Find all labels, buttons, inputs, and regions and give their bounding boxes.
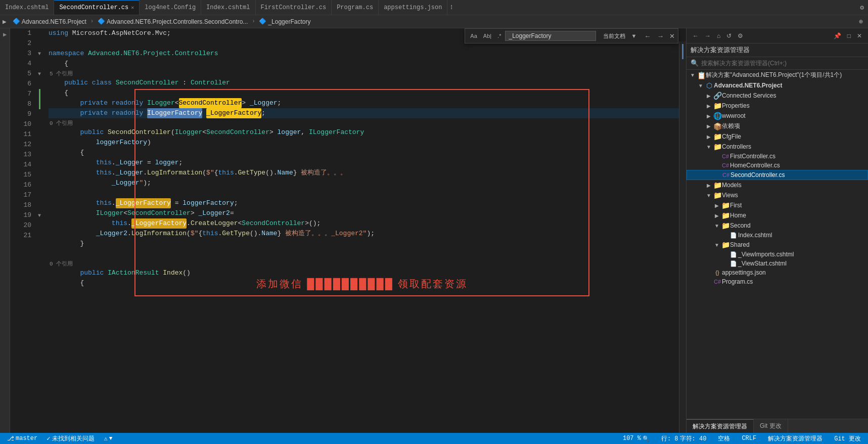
- gear-btn[interactable]: ⚙: [736, 31, 745, 40]
- code-line-15: ILogger<SecondController> _Logger2=: [49, 208, 686, 218]
- breadcrumb-field[interactable]: 🔷 _LoggerFactory: [256, 17, 313, 26]
- tree-viewstart[interactable]: 📄 _ViewStart.cshtml: [687, 259, 868, 268]
- dependencies-icon: 📦: [713, 122, 722, 130]
- git-branch-item[interactable]: ⎇ master: [5, 435, 39, 442]
- git-branch-label: master: [16, 435, 37, 442]
- tree-secondcontroller[interactable]: C# SecondController.cs: [687, 170, 868, 180]
- tree-viewimports[interactable]: 📄 _ViewImports.cshtml: [687, 250, 868, 259]
- fold-btn-19[interactable]: ▼: [36, 213, 42, 218]
- ref-count-8b: 0 个引用: [49, 118, 686, 127]
- tree-views[interactable]: ▼ 📁 Views: [687, 190, 868, 200]
- tab-log4net[interactable]: log4net.Config: [140, 0, 201, 15]
- code-line-9: public SecondController(ILogger<SecondCo…: [49, 127, 686, 138]
- tree-connected-services[interactable]: ▶ 🔗 Connected Services: [687, 91, 868, 101]
- tree-program[interactable]: C# Program.cs: [687, 277, 868, 286]
- expand-project[interactable]: ▼: [697, 83, 705, 88]
- crlf-item[interactable]: CRLF: [740, 435, 758, 442]
- tab-index-cshtml[interactable]: Index.cshtml: [0, 0, 54, 15]
- collapse-icon[interactable]: ▶: [3, 18, 7, 26]
- gutter-1: [35, 28, 43, 38]
- tree-views-first[interactable]: ▶ 📁 First: [687, 200, 868, 210]
- maximize-btn[interactable]: □: [845, 31, 853, 40]
- forward-btn[interactable]: →: [703, 31, 713, 40]
- sol-explorer-status[interactable]: 解决方案资源管理器: [766, 434, 825, 443]
- tab-secondcontroller[interactable]: SecondController.cs ✕: [54, 0, 140, 15]
- back-btn[interactable]: ←: [691, 31, 701, 40]
- tree-views-home[interactable]: ▶ 📁 Home: [687, 210, 868, 220]
- editor-container[interactable]: 12345 678910 1112131415 1617181920 21 ▼ …: [10, 28, 686, 433]
- close-panel-btn[interactable]: ✕: [855, 31, 864, 40]
- find-input[interactable]: [505, 31, 596, 41]
- expand-properties[interactable]: ▶: [705, 103, 713, 109]
- solution-search-input[interactable]: [701, 60, 864, 67]
- shared-label: Shared: [730, 241, 750, 248]
- code-content[interactable]: using Microsoft.AspNetCore.Mvc; namespac…: [43, 28, 686, 433]
- expand-solution[interactable]: ▼: [689, 72, 697, 78]
- tab-index2[interactable]: Index.cshtml: [201, 0, 255, 15]
- space-item[interactable]: 空格: [716, 434, 732, 443]
- fold-btn-5[interactable]: ▼: [36, 71, 42, 77]
- no-issues-item[interactable]: ✓ 未找到相关问题: [44, 434, 97, 443]
- tab-label: Program.cs: [337, 4, 373, 11]
- tree-controllers[interactable]: ▼ 📁 Controllers: [687, 142, 868, 152]
- breadcrumb-sep2: ›: [252, 19, 255, 24]
- pin-btn[interactable]: 📌: [832, 31, 843, 40]
- settings-icon[interactable]: ⚙: [860, 4, 864, 12]
- sync-btn[interactable]: ↺: [724, 31, 734, 40]
- tree-wwwroot[interactable]: ▶ 🌐 wwwroot: [687, 111, 868, 121]
- git-changes-status[interactable]: Git 更改: [832, 434, 863, 443]
- expand-models[interactable]: ▶: [705, 183, 713, 188]
- whole-word-btn[interactable]: Ab|: [481, 32, 493, 39]
- find-prev-btn[interactable]: ←: [642, 31, 653, 41]
- tree-shared[interactable]: ▼ 📁 Shared: [687, 240, 868, 250]
- tab-overflow[interactable]: ⫶: [447, 0, 456, 15]
- breadcrumb-project[interactable]: 🔷 Advanced.NET6.Project: [10, 17, 89, 26]
- tab-appsettings[interactable]: appsettings.json: [379, 0, 447, 15]
- tree-properties[interactable]: ▶ 📁 Properties: [687, 101, 868, 111]
- expand-views-home[interactable]: ▶: [713, 213, 721, 218]
- case-sensitive-btn[interactable]: Aa: [468, 32, 479, 39]
- row-col-item[interactable]: 行: 8 字符: 40: [659, 434, 708, 443]
- tab-firstcontroller[interactable]: FirstController.cs: [256, 0, 332, 15]
- regex-btn[interactable]: .*: [495, 32, 503, 39]
- expand-views-second[interactable]: ▼: [713, 223, 721, 229]
- breadcrumb-ns[interactable]: 🔷 Advanced.NET6.Project.Controllers.Seco…: [95, 17, 251, 26]
- tree-project[interactable]: ▼ ⬡ Advanced.NET6.Project: [687, 80, 868, 91]
- add-tab-btn[interactable]: ⊕: [856, 18, 865, 26]
- tree-models[interactable]: ▶ 📁 Models: [687, 180, 868, 190]
- gutter-16: [35, 180, 43, 190]
- find-close-btn[interactable]: ✕: [669, 32, 675, 40]
- tree-appsettings[interactable]: {} appsettings.json: [687, 268, 868, 277]
- expand-wwwroot[interactable]: ▶: [705, 113, 713, 119]
- expand-connected[interactable]: ▶: [705, 93, 713, 99]
- bookmark-icon[interactable]: ▶: [3, 31, 7, 38]
- tree-dependencies[interactable]: ▶ 📦 依赖项: [687, 121, 868, 131]
- home-btn[interactable]: ⌂: [715, 31, 722, 40]
- find-next-btn[interactable]: →: [655, 31, 666, 41]
- expand-views-first[interactable]: ▶: [713, 203, 721, 208]
- zoom-item[interactable]: 107 % 🔍: [621, 435, 652, 442]
- wwwroot-label: wwwroot: [722, 112, 746, 119]
- warning-item[interactable]: ⚠ ▼: [102, 435, 114, 442]
- fold-btn-3[interactable]: ▼: [36, 51, 42, 57]
- tab-close-icon[interactable]: ✕: [131, 5, 134, 11]
- expand-controllers[interactable]: ▼: [705, 144, 713, 150]
- tree-views-second[interactable]: ▼ 📁 Second: [687, 220, 868, 231]
- second-folder-icon: 📁: [721, 221, 730, 230]
- solution-explorer-tab[interactable]: 解决方案资源管理器: [687, 419, 754, 433]
- tree-homecontroller[interactable]: C# HomeController.cs: [687, 161, 868, 170]
- expand-cfg[interactable]: ▶: [705, 134, 713, 140]
- tree-second-index[interactable]: 📄 Index.cshtml: [687, 231, 868, 240]
- cs-file-icon-program: C#: [713, 279, 722, 285]
- tree-firstcontroller[interactable]: C# FirstController.cs: [687, 152, 868, 161]
- current-doc-label[interactable]: 当前文档: [601, 32, 627, 40]
- expand-shared[interactable]: ▼: [713, 242, 721, 248]
- git-changes-tab[interactable]: Git 更改: [754, 419, 788, 433]
- tab-program[interactable]: Program.cs: [332, 0, 379, 15]
- tree-solution[interactable]: ▼ 📋 解决方案"Advanced.NET6.Project"(1个项目/共1个…: [687, 70, 868, 80]
- gutter-20: [35, 220, 43, 231]
- expand-views[interactable]: ▼: [705, 193, 713, 198]
- find-options-btn[interactable]: ▼: [629, 32, 638, 39]
- expand-deps[interactable]: ▶: [705, 123, 713, 129]
- tree-cfgfile[interactable]: ▶ 📁 CfgFile: [687, 131, 868, 142]
